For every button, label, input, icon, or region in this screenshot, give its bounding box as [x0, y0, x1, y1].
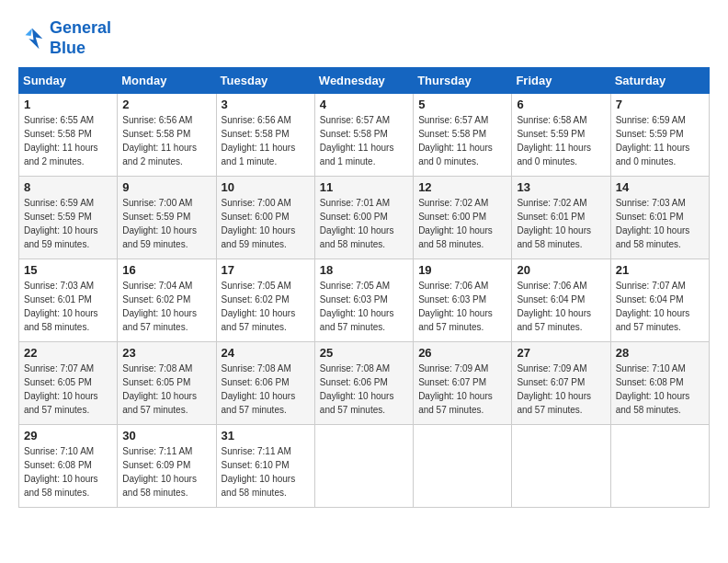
- day-info: Sunrise: 7:07 AM Sunset: 6:04 PM Dayligh…: [616, 279, 704, 334]
- calendar-day-cell: 21 Sunrise: 7:07 AM Sunset: 6:04 PM Dayl…: [610, 259, 709, 342]
- empty-cell: [314, 425, 413, 508]
- day-info: Sunrise: 7:08 AM Sunset: 6:05 PM Dayligh…: [122, 362, 210, 417]
- weekday-header: Thursday: [414, 68, 512, 94]
- calendar-day-cell: 10 Sunrise: 7:00 AM Sunset: 6:00 PM Dayl…: [216, 177, 314, 259]
- day-number: 3: [222, 98, 310, 111]
- day-info: Sunrise: 7:04 AM Sunset: 6:02 PM Dayligh…: [122, 279, 210, 334]
- day-info: Sunrise: 7:03 AM Sunset: 6:01 PM Dayligh…: [24, 279, 112, 334]
- calendar-day-cell: 4 Sunrise: 6:57 AM Sunset: 5:58 PM Dayli…: [314, 94, 413, 177]
- calendar-day-cell: 11 Sunrise: 7:01 AM Sunset: 6:00 PM Dayl…: [314, 177, 413, 259]
- day-number: 20: [517, 263, 605, 277]
- day-info: Sunrise: 6:57 AM Sunset: 5:58 PM Dayligh…: [418, 113, 506, 168]
- day-info: Sunrise: 7:11 AM Sunset: 6:09 PM Dayligh…: [122, 444, 210, 500]
- day-number: 21: [616, 263, 704, 277]
- day-info: Sunrise: 7:08 AM Sunset: 6:06 PM Dayligh…: [320, 362, 408, 417]
- calendar-day-cell: 23 Sunrise: 7:08 AM Sunset: 6:05 PM Dayl…: [118, 342, 216, 425]
- calendar-week-row: 1 Sunrise: 6:55 AM Sunset: 5:58 PM Dayli…: [19, 94, 710, 177]
- calendar-day-cell: 18 Sunrise: 7:05 AM Sunset: 6:03 PM Dayl…: [314, 259, 413, 342]
- day-info: Sunrise: 6:59 AM Sunset: 5:59 PM Dayligh…: [24, 196, 112, 251]
- day-info: Sunrise: 6:56 AM Sunset: 5:58 PM Dayligh…: [222, 113, 310, 168]
- empty-cell: [414, 425, 512, 508]
- calendar-day-cell: 14 Sunrise: 7:03 AM Sunset: 6:01 PM Dayl…: [610, 177, 709, 259]
- day-info: Sunrise: 7:06 AM Sunset: 6:03 PM Dayligh…: [418, 279, 506, 334]
- day-number: 16: [122, 263, 210, 277]
- calendar-day-cell: 1 Sunrise: 6:55 AM Sunset: 5:58 PM Dayli…: [19, 94, 118, 177]
- day-number: 23: [122, 346, 210, 360]
- day-number: 2: [122, 98, 210, 111]
- calendar-table: SundayMondayTuesdayWednesdayThursdayFrid…: [18, 67, 710, 508]
- day-info: Sunrise: 7:00 AM Sunset: 6:00 PM Dayligh…: [222, 196, 310, 251]
- day-number: 28: [616, 346, 704, 360]
- day-info: Sunrise: 7:08 AM Sunset: 6:06 PM Dayligh…: [222, 362, 310, 417]
- calendar-day-cell: 19 Sunrise: 7:06 AM Sunset: 6:03 PM Dayl…: [414, 259, 512, 342]
- day-number: 5: [418, 98, 506, 111]
- day-info: Sunrise: 6:59 AM Sunset: 5:59 PM Dayligh…: [616, 113, 704, 168]
- day-number: 18: [320, 263, 408, 277]
- day-info: Sunrise: 7:10 AM Sunset: 6:08 PM Dayligh…: [24, 444, 112, 500]
- calendar-day-cell: 15 Sunrise: 7:03 AM Sunset: 6:01 PM Dayl…: [19, 259, 118, 342]
- calendar-header-row: SundayMondayTuesdayWednesdayThursdayFrid…: [19, 68, 710, 94]
- calendar-week-row: 15 Sunrise: 7:03 AM Sunset: 6:01 PM Dayl…: [19, 259, 710, 342]
- day-info: Sunrise: 7:06 AM Sunset: 6:04 PM Dayligh…: [517, 279, 605, 334]
- calendar-day-cell: 27 Sunrise: 7:09 AM Sunset: 6:07 PM Dayl…: [512, 342, 610, 425]
- day-number: 7: [616, 98, 704, 111]
- page-header: General Blue: [18, 18, 710, 58]
- weekday-header: Tuesday: [216, 68, 314, 94]
- day-info: Sunrise: 7:05 AM Sunset: 6:02 PM Dayligh…: [222, 279, 310, 334]
- calendar-day-cell: 25 Sunrise: 7:08 AM Sunset: 6:06 PM Dayl…: [314, 342, 413, 425]
- day-number: 1: [24, 98, 112, 111]
- day-info: Sunrise: 7:00 AM Sunset: 5:59 PM Dayligh…: [122, 196, 210, 251]
- day-info: Sunrise: 7:11 AM Sunset: 6:10 PM Dayligh…: [222, 444, 310, 500]
- calendar-day-cell: 12 Sunrise: 7:02 AM Sunset: 6:00 PM Dayl…: [414, 177, 512, 259]
- calendar-day-cell: 17 Sunrise: 7:05 AM Sunset: 6:02 PM Dayl…: [216, 259, 314, 342]
- calendar-day-cell: 28 Sunrise: 7:10 AM Sunset: 6:08 PM Dayl…: [610, 342, 709, 425]
- calendar-week-row: 29 Sunrise: 7:10 AM Sunset: 6:08 PM Dayl…: [19, 425, 710, 508]
- calendar-day-cell: 13 Sunrise: 7:02 AM Sunset: 6:01 PM Dayl…: [512, 177, 610, 259]
- day-number: 13: [517, 180, 605, 194]
- day-number: 9: [122, 180, 210, 194]
- calendar-day-cell: 2 Sunrise: 6:56 AM Sunset: 5:58 PM Dayli…: [118, 94, 216, 177]
- day-info: Sunrise: 7:02 AM Sunset: 6:00 PM Dayligh…: [418, 196, 506, 251]
- day-number: 15: [24, 263, 112, 277]
- calendar-day-cell: 31 Sunrise: 7:11 AM Sunset: 6:10 PM Dayl…: [216, 425, 314, 508]
- day-number: 24: [222, 346, 310, 360]
- calendar-day-cell: 26 Sunrise: 7:09 AM Sunset: 6:07 PM Dayl…: [414, 342, 512, 425]
- day-number: 30: [122, 429, 210, 442]
- calendar-week-row: 22 Sunrise: 7:07 AM Sunset: 6:05 PM Dayl…: [19, 342, 710, 425]
- empty-cell: [610, 425, 709, 508]
- day-info: Sunrise: 7:09 AM Sunset: 6:07 PM Dayligh…: [517, 362, 605, 417]
- day-number: 11: [320, 180, 408, 194]
- weekday-header: Saturday: [610, 68, 709, 94]
- svg-marker-1: [26, 28, 33, 35]
- day-number: 8: [24, 180, 112, 194]
- empty-cell: [512, 425, 610, 508]
- day-number: 19: [418, 263, 506, 277]
- weekday-header: Friday: [512, 68, 610, 94]
- weekday-header: Sunday: [19, 68, 118, 94]
- day-info: Sunrise: 7:10 AM Sunset: 6:08 PM Dayligh…: [616, 362, 704, 417]
- logo-icon: [18, 25, 46, 52]
- calendar-day-cell: 7 Sunrise: 6:59 AM Sunset: 5:59 PM Dayli…: [610, 94, 709, 177]
- day-number: 14: [616, 180, 704, 194]
- calendar-day-cell: 6 Sunrise: 6:58 AM Sunset: 5:59 PM Dayli…: [512, 94, 610, 177]
- day-info: Sunrise: 6:56 AM Sunset: 5:58 PM Dayligh…: [122, 113, 210, 168]
- day-info: Sunrise: 7:07 AM Sunset: 6:05 PM Dayligh…: [24, 362, 112, 417]
- calendar-day-cell: 20 Sunrise: 7:06 AM Sunset: 6:04 PM Dayl…: [512, 259, 610, 342]
- calendar-day-cell: 24 Sunrise: 7:08 AM Sunset: 6:06 PM Dayl…: [216, 342, 314, 425]
- calendar-day-cell: 9 Sunrise: 7:00 AM Sunset: 5:59 PM Dayli…: [118, 177, 216, 259]
- day-info: Sunrise: 7:02 AM Sunset: 6:01 PM Dayligh…: [517, 196, 605, 251]
- day-number: 22: [24, 346, 112, 360]
- calendar-day-cell: 30 Sunrise: 7:11 AM Sunset: 6:09 PM Dayl…: [118, 425, 216, 508]
- day-info: Sunrise: 6:57 AM Sunset: 5:58 PM Dayligh…: [320, 113, 408, 168]
- calendar-day-cell: 16 Sunrise: 7:04 AM Sunset: 6:02 PM Dayl…: [118, 259, 216, 342]
- day-info: Sunrise: 7:03 AM Sunset: 6:01 PM Dayligh…: [616, 196, 704, 251]
- day-number: 29: [24, 429, 112, 442]
- day-info: Sunrise: 7:09 AM Sunset: 6:07 PM Dayligh…: [418, 362, 506, 417]
- logo-text: General Blue: [50, 18, 111, 58]
- weekday-header: Wednesday: [314, 68, 413, 94]
- calendar-day-cell: 22 Sunrise: 7:07 AM Sunset: 6:05 PM Dayl…: [19, 342, 118, 425]
- day-info: Sunrise: 7:01 AM Sunset: 6:00 PM Dayligh…: [320, 196, 408, 251]
- day-info: Sunrise: 6:58 AM Sunset: 5:59 PM Dayligh…: [517, 113, 605, 168]
- day-number: 17: [222, 263, 310, 277]
- day-info: Sunrise: 6:55 AM Sunset: 5:58 PM Dayligh…: [24, 113, 112, 168]
